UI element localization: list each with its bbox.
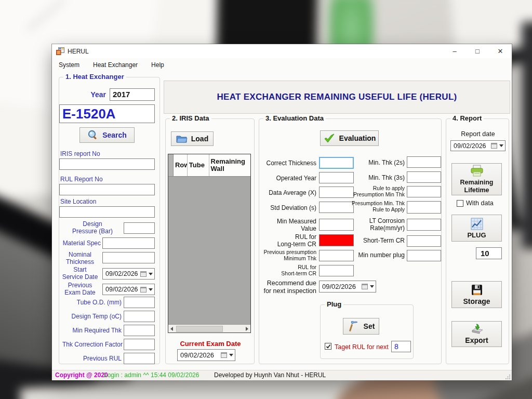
load-button[interactable]: Load (171, 131, 214, 146)
background-right-edge (522, 22, 532, 249)
group-evaluation-data: 3. Evaluation Data Evaluation Correct Th… (259, 118, 442, 364)
app-icon (56, 47, 64, 55)
material-spec-input[interactable] (102, 237, 155, 249)
group-heat-exchanger: 1. Heat Exchanger Year 2017 E-1520A Sear… (59, 77, 160, 364)
exchanger-tag-input[interactable]: E-1520A (59, 104, 155, 123)
previous-exam-date-label: Previous Exam Date (59, 282, 101, 297)
status-login: Login : admin ^^ 15:44 09/02/2026 (104, 370, 199, 380)
calendar-icon (140, 287, 147, 292)
printer-icon (470, 165, 484, 177)
with-data-checkbox[interactable] (457, 200, 463, 207)
scrollbar-thumb[interactable] (176, 326, 223, 332)
previous-exam-date-value: 09/02/2026 (105, 286, 138, 293)
table-horizontal-scrollbar[interactable] (168, 324, 250, 332)
group-iris-data: 2. IRIS Data Load Row Tube Remaining Wal… (165, 118, 255, 364)
rul-report-input[interactable] (59, 184, 155, 195)
rule-to-apply-input[interactable] (407, 186, 441, 197)
iris-report-input[interactable] (59, 158, 155, 170)
previous-presumption-label: Previous presumption Minimum Thk (259, 249, 316, 262)
tube-od-label: Tube O.D. (mm) (63, 299, 122, 306)
material-spec-label: Material Spec (59, 240, 101, 247)
maximize-button[interactable]: □ (466, 44, 489, 58)
lt-corrosion-rate-label: LT Corrosion Rate(mm/yr) (343, 217, 405, 232)
resize-grip-icon[interactable] (506, 374, 511, 379)
report-date-label: Report date (446, 130, 510, 138)
recommend-due-label: Recommend due for next inspection (259, 280, 316, 295)
flag-icon (348, 320, 360, 332)
min-number-plug-input[interactable] (407, 250, 441, 261)
section2-header: 2. IRIS Data (170, 114, 211, 122)
previous-exam-date-picker[interactable]: 09/02/2026 (102, 284, 155, 295)
with-data-label: With data (466, 200, 494, 207)
storage-button[interactable]: Storage (451, 281, 502, 308)
export-button[interactable]: Export (451, 321, 502, 347)
site-location-input[interactable] (59, 206, 155, 218)
min-measured-value-label: Min Measured Value (259, 218, 316, 233)
tube-od-input[interactable] (124, 297, 155, 308)
remaining-lifetime-button[interactable]: Remaining Lifetime (451, 163, 502, 195)
close-button[interactable]: ✕ (489, 44, 512, 58)
recommend-due-date-picker[interactable]: 09/02/2026 (319, 281, 376, 292)
plug-report-button[interactable]: PLUG (451, 215, 502, 242)
section1-header: 1. Heat Exchanger (63, 73, 126, 81)
data-average-label: Data Average (X) (259, 189, 316, 196)
lt-corrosion-rate-input[interactable] (407, 219, 441, 231)
chevron-down-icon (149, 288, 153, 291)
chevron-down-icon (229, 354, 233, 356)
design-pressure-label: Design Pressure (Bar) (63, 220, 122, 235)
search-icon (87, 129, 99, 141)
operated-year-label: Operated Year (259, 175, 316, 182)
menu-help[interactable]: Help (144, 61, 171, 69)
min-thk-2s-input[interactable] (407, 156, 441, 168)
presumption-min-thk-label: Presumption Min. Thk Rule to Apply (343, 201, 405, 213)
rul-short-term-label: RUL for Short-term CR (259, 264, 316, 277)
search-button[interactable]: Search (79, 127, 135, 143)
nominal-thickness-label: Nominal Thickness (59, 251, 101, 266)
iris-table[interactable]: Row Tube Remaining Wall (168, 154, 251, 333)
thk-correction-factor-label: Thk Correction Factor (59, 341, 123, 348)
thk-correction-factor-input[interactable] (124, 339, 155, 350)
min-number-plug-label: Min number plug (343, 251, 405, 259)
group-report: 4. Report Report date 09/02/2026 Remaini… (446, 118, 509, 364)
set-button[interactable]: Set (343, 318, 379, 335)
group-plug: Plug Set Taget RUL for next 8 (320, 304, 414, 359)
rul-short-term-input[interactable] (319, 265, 354, 276)
with-data-row: With data (457, 200, 494, 207)
window-title: HERUL (68, 48, 89, 55)
section4-header: 4. Report (450, 114, 484, 122)
column-header-tube: Tube (188, 154, 209, 176)
scroll-left-icon[interactable] (170, 327, 173, 331)
design-pressure-input[interactable] (124, 222, 155, 234)
previous-rul-input[interactable] (124, 353, 155, 364)
evaluation-button[interactable]: Evaluation (320, 130, 379, 146)
nominal-thickness-input[interactable] (102, 252, 155, 263)
min-thk-3s-input[interactable] (407, 171, 441, 183)
start-service-date-picker[interactable]: 09/02/2026 (102, 268, 155, 280)
title-bar[interactable]: HERUL – □ ✕ (52, 44, 512, 58)
calendar-icon (221, 352, 227, 358)
report-date-picker[interactable]: 09/02/2026 (450, 140, 506, 151)
table-row-header (168, 154, 174, 176)
presumption-min-thk-input[interactable] (407, 201, 441, 214)
calendar-icon (140, 271, 147, 277)
current-exam-date-picker[interactable]: 09/02/2026 (177, 349, 235, 361)
plug-report-label: PLUG (467, 231, 486, 239)
target-rul-checkbox[interactable] (325, 343, 331, 350)
report-date-value: 09/02/2026 (454, 142, 486, 150)
scroll-right-icon[interactable] (246, 327, 248, 331)
year-input[interactable]: 2017 (110, 88, 155, 101)
export-drive-icon (470, 324, 484, 335)
section3-header: 3. Evaluation Data (263, 114, 326, 122)
plug-count-input[interactable]: 10 (476, 247, 502, 259)
minimize-button[interactable]: – (443, 44, 466, 58)
plug-header: Plug (325, 300, 343, 308)
checkmark-icon (326, 344, 331, 349)
chevron-down-icon (149, 273, 153, 275)
rul-report-label: RUL Report No (60, 176, 103, 183)
short-term-cr-input[interactable] (407, 235, 441, 247)
menu-heat-exchanger[interactable]: Heat Exchanger (86, 61, 144, 69)
design-temp-input[interactable] (124, 311, 155, 322)
menu-system[interactable]: System (52, 61, 86, 69)
target-rul-input[interactable]: 8 (391, 341, 411, 352)
min-required-thk-input[interactable] (124, 325, 155, 336)
